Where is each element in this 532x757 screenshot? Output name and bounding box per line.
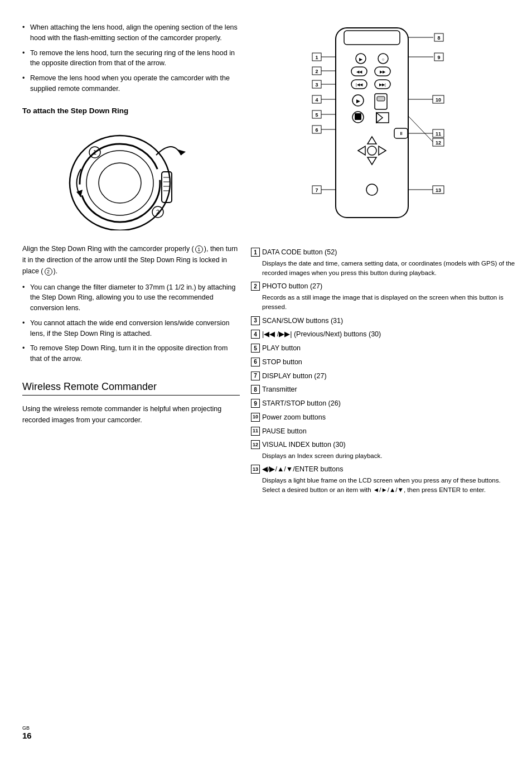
svg-point-1 xyxy=(86,151,153,215)
item-label-4: |◀◀ /▶▶| (Previous/Next) buttons (30) xyxy=(262,330,381,338)
item-3: 3 SCAN/SLOW buttons (31) xyxy=(251,316,515,326)
step-down-title: To attach the Step Down Ring xyxy=(22,107,240,115)
svg-marker-38 xyxy=(367,157,376,165)
item-num-11: 11 xyxy=(251,427,260,436)
sub-bullet-1: You can change the filter diameter to 37… xyxy=(22,282,240,314)
item-num-13: 13 xyxy=(251,465,260,474)
svg-text:3: 3 xyxy=(315,82,318,88)
page-container: When attaching the lens hood, align the … xyxy=(0,0,532,521)
svg-text:2: 2 xyxy=(315,69,318,74)
svg-rect-16 xyxy=(344,31,400,45)
right-column: ▶ ○ ◀◀ ▶▶ |◀◀ ▶▶| ▶ W T xyxy=(251,22,515,499)
item-num-2: 2 xyxy=(251,282,260,291)
item-label-7: DISPLAY button (27) xyxy=(262,372,327,380)
svg-text:1: 1 xyxy=(93,149,96,156)
item-num-5: 5 xyxy=(251,344,260,353)
svg-text:⏸: ⏸ xyxy=(399,131,403,136)
sub-bullet-3: To remove Step Down Ring, turn it in the… xyxy=(22,343,240,364)
item-5: 5 PLAY button xyxy=(251,343,515,354)
item-label-5: PLAY button xyxy=(262,344,301,352)
item-label-3: SCAN/SLOW buttons (31) xyxy=(262,317,343,325)
svg-point-3 xyxy=(80,144,160,222)
wireless-title: Wireless Remote Commander xyxy=(22,381,240,396)
sub-bullet-2: You cannot attach the wide end conversio… xyxy=(22,318,240,339)
item-num-12: 12 xyxy=(251,440,260,449)
svg-marker-39 xyxy=(358,146,365,155)
svg-text:|◀◀: |◀◀ xyxy=(356,83,363,87)
svg-text:▶: ▶ xyxy=(356,98,360,104)
page-number-area: GB 16 xyxy=(22,725,32,740)
item-6: 6 STOP button xyxy=(251,357,515,368)
item-desc-12: Displays an Index screen during playback… xyxy=(262,451,515,461)
item-label-6: STOP button xyxy=(262,358,302,366)
item-11: 11 PAUSE button xyxy=(251,426,515,437)
item-num-4: 4 xyxy=(251,330,260,339)
svg-text:2: 2 xyxy=(156,209,159,215)
svg-text:4: 4 xyxy=(315,97,318,103)
gb-label: GB xyxy=(22,725,32,731)
item-12: 12 VISUAL INDEX button (30) Displays an … xyxy=(251,440,515,461)
svg-text:6: 6 xyxy=(315,127,318,133)
svg-rect-15 xyxy=(336,28,408,218)
svg-rect-35 xyxy=(355,113,361,120)
svg-point-0 xyxy=(70,136,170,230)
svg-text:◀◀: ◀◀ xyxy=(356,70,362,74)
step-down-svg: 1 2 xyxy=(64,122,198,230)
svg-marker-40 xyxy=(379,146,386,155)
remote-svg: ▶ ○ ◀◀ ▶▶ |◀◀ ▶▶| ▶ W T xyxy=(302,22,458,234)
svg-text:1: 1 xyxy=(315,55,318,60)
svg-text:7: 7 xyxy=(315,187,318,193)
item-label-2: PHOTO button (27) xyxy=(262,282,322,290)
page-number: 16 xyxy=(22,731,32,740)
svg-rect-31 xyxy=(375,94,387,109)
svg-line-55 xyxy=(408,116,433,142)
item-num-6: 6 xyxy=(251,358,260,367)
item-num-9: 9 xyxy=(251,399,260,408)
item-label-9: START/STOP button (26) xyxy=(262,399,341,407)
item-1: 1 DATA CODE button (52) Displays the dat… xyxy=(251,247,515,278)
item-10: 10 Power zoom buttons xyxy=(251,412,515,423)
circle-1: 1 xyxy=(195,245,203,253)
svg-text:▶: ▶ xyxy=(359,57,363,62)
svg-point-36 xyxy=(367,146,376,155)
item-num-8: 8 xyxy=(251,385,260,394)
item-label-8: Transmitter xyxy=(262,385,297,393)
svg-point-41 xyxy=(366,184,378,195)
circle-2: 2 xyxy=(45,268,52,276)
svg-text:▶▶: ▶▶ xyxy=(380,70,386,74)
svg-text:12: 12 xyxy=(436,140,441,146)
item-desc-2: Records as a still image the image that … xyxy=(262,293,515,312)
item-13: 13 ◀/▶/▲/▼/ENTER buttons Displays a ligh… xyxy=(251,464,515,495)
item-num-3: 3 xyxy=(251,316,260,325)
left-column: When attaching the lens hood, align the … xyxy=(22,22,240,499)
item-2: 2 PHOTO button (27) Records as a still i… xyxy=(251,281,515,312)
item-label-10: Power zoom buttons xyxy=(262,413,326,421)
body-text-1: Align the Step Down Ring with the camcor… xyxy=(22,243,240,277)
svg-text:9: 9 xyxy=(437,55,440,60)
step-down-illustration: 1 2 xyxy=(64,122,198,233)
svg-text:5: 5 xyxy=(315,112,318,118)
item-9: 9 START/STOP button (26) xyxy=(251,398,515,409)
item-num-7: 7 xyxy=(251,372,260,380)
item-4: 4 |◀◀ /▶▶| (Previous/Next) buttons (30) xyxy=(251,329,515,340)
svg-text:○: ○ xyxy=(382,57,385,62)
svg-text:8: 8 xyxy=(437,35,440,41)
item-desc-13: Displays a light blue frame on the LCD s… xyxy=(262,476,515,495)
item-7: 7 DISPLAY button (27) xyxy=(251,371,515,382)
svg-point-2 xyxy=(99,163,141,203)
item-label-1: DATA CODE button (52) xyxy=(262,248,337,256)
bullet-3: Remove the lens hood when you operate th… xyxy=(22,73,240,94)
sub-bullets: You can change the filter diameter to 37… xyxy=(22,282,240,364)
svg-text:▶▶|: ▶▶| xyxy=(379,83,386,87)
item-num-10: 10 xyxy=(251,413,260,422)
intro-bullets: When attaching the lens hood, align the … xyxy=(22,22,240,94)
bullet-2: To remove the lens hood, turn the securi… xyxy=(22,48,240,69)
svg-text:10: 10 xyxy=(436,97,441,103)
svg-text:13: 13 xyxy=(436,187,441,193)
item-num-1: 1 xyxy=(251,248,260,257)
item-desc-1: Displays the date and time, camera setti… xyxy=(262,259,515,278)
item-label-11: PAUSE button xyxy=(262,427,307,435)
item-8: 8 Transmitter xyxy=(251,384,515,395)
svg-marker-37 xyxy=(367,137,376,144)
bullet-1: When attaching the lens hood, align the … xyxy=(22,22,240,44)
